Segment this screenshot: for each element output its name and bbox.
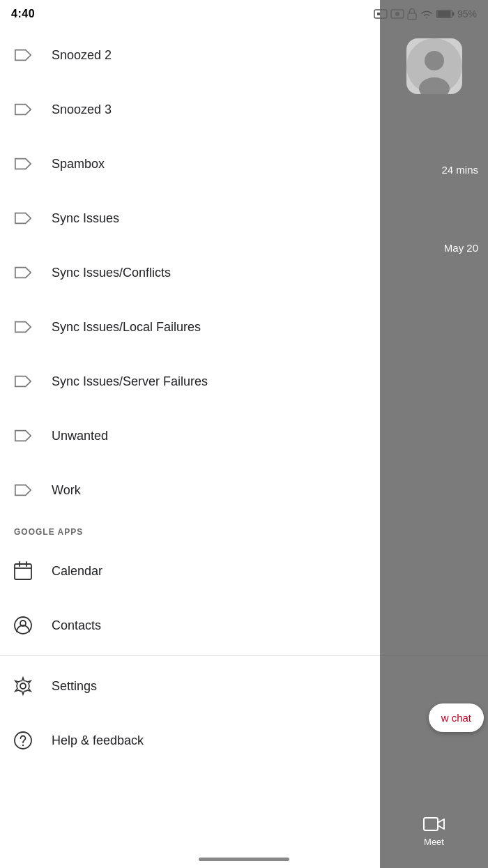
svg-point-18 xyxy=(20,683,26,689)
settings-icon xyxy=(14,677,32,695)
nav-label-sync-conflicts: Sync Issues/Conflicts xyxy=(52,266,171,280)
tag-icon-snoozed3 xyxy=(14,100,32,119)
tag-icon-snoozed2 xyxy=(14,46,32,64)
meet-button[interactable]: Meet xyxy=(380,816,488,847)
tag-icon-unwanted xyxy=(14,427,32,445)
new-chat-button[interactable]: w chat xyxy=(429,703,484,732)
nav-label-unwanted: Unwanted xyxy=(52,429,108,443)
nav-label-work: Work xyxy=(52,483,81,498)
new-chat-label: w chat xyxy=(441,712,471,724)
tag-icon-spambox xyxy=(14,155,32,173)
nav-label-sync-server: Sync Issues/Server Failures xyxy=(52,374,208,389)
tag-icon-sync-conflicts xyxy=(14,264,32,282)
nav-label-snoozed2: Snoozed 2 xyxy=(52,48,112,63)
tag-icon-sync-server xyxy=(14,372,32,390)
avatar xyxy=(406,38,462,94)
meet-label: Meet xyxy=(424,837,444,847)
svg-point-9 xyxy=(425,51,444,70)
tag-icon-sync-issues xyxy=(14,209,32,227)
svg-point-20 xyxy=(22,745,24,746)
nav-label-help: Help & feedback xyxy=(52,733,144,748)
tag-icon-sync-local xyxy=(14,318,32,336)
calendar-icon xyxy=(14,562,32,580)
contacts-icon xyxy=(14,616,32,634)
avatar-image xyxy=(406,38,462,94)
nav-label-spambox: Spambox xyxy=(52,157,105,172)
home-indicator xyxy=(199,858,289,861)
nav-label-settings: Settings xyxy=(52,679,97,694)
svg-rect-12 xyxy=(15,564,31,579)
right-overlay: 24 mins May 20 w chat Meet xyxy=(380,0,488,868)
svg-rect-11 xyxy=(424,818,438,830)
nav-label-sync-issues: Sync Issues xyxy=(52,211,119,226)
status-time: 4:40 xyxy=(11,8,35,20)
nav-label-contacts: Contacts xyxy=(52,618,101,633)
overlay-time-1: 24 mins xyxy=(380,164,488,176)
nav-label-calendar: Calendar xyxy=(52,564,102,579)
tag-icon-work xyxy=(14,481,32,499)
meet-icon xyxy=(423,816,445,834)
nav-label-sync-local: Sync Issues/Local Failures xyxy=(52,320,201,335)
nav-label-snoozed3: Snoozed 3 xyxy=(52,102,112,117)
help-icon xyxy=(14,731,32,749)
svg-point-19 xyxy=(15,732,31,749)
overlay-time-2: May 20 xyxy=(380,242,488,254)
